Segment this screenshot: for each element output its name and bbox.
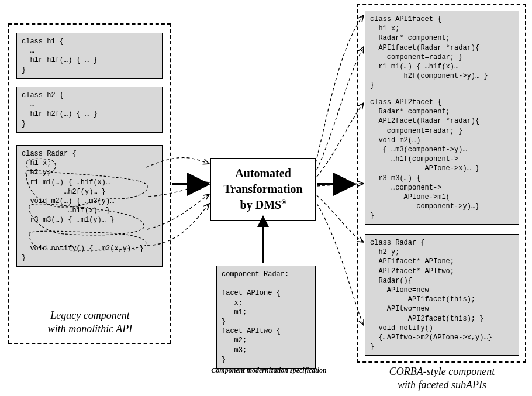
left-caption: Legacy component with monolithic API bbox=[20, 309, 160, 336]
code-radar-left: class Radar { h1 x; h2 y; r1 m1(…) { …h1… bbox=[16, 145, 163, 267]
center-line1: Automated bbox=[216, 166, 310, 181]
center-line2: Transformation bbox=[216, 181, 310, 197]
code-h2: class h2 { … h1r h2f(…) { … } } bbox=[16, 87, 163, 133]
code-api1: class API1facet { h1 x; Radar* component… bbox=[365, 11, 519, 95]
code-api2: class API2facet { Radar* component; API2… bbox=[365, 94, 519, 225]
spec-caption: Component modernization specification bbox=[205, 366, 333, 375]
right-caption: CORBA-style component with faceted subAP… bbox=[359, 365, 525, 392]
code-spec: component Radar: facet APIone { x; m1; }… bbox=[216, 266, 316, 369]
reg-mark: ® bbox=[281, 198, 286, 205]
code-h1: class h1 { … h1r h1f(…) { … } } bbox=[16, 33, 163, 79]
code-radar-right: class Radar { h2 y; API1facet* APIone; A… bbox=[365, 234, 519, 356]
center-box: Automated Transformation by DMS® bbox=[210, 158, 316, 221]
center-line3: by DMS® bbox=[216, 197, 310, 213]
